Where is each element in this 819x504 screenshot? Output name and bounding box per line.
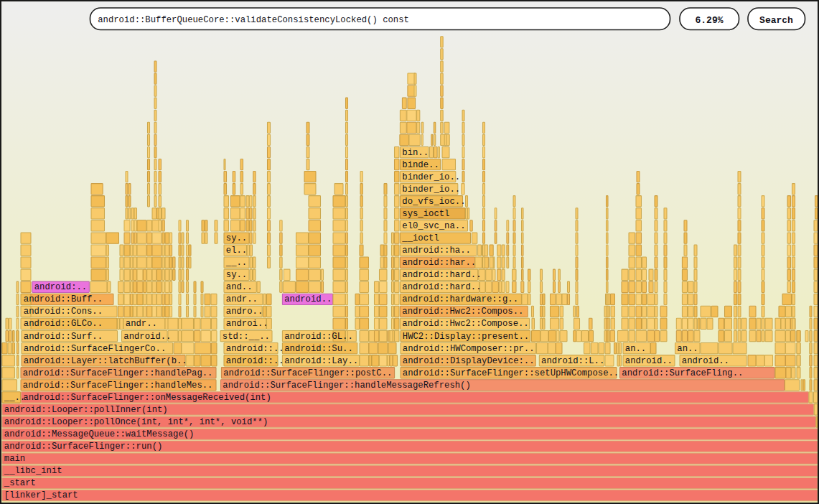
svg-text:__..: __..	[4, 393, 25, 403]
svg-text:an..: an..	[677, 344, 698, 354]
svg-text:android::SurfaceFlinger::run(): android::SurfaceFlinger::run()	[4, 442, 163, 452]
svg-text:android::SurfaceFlinger::handl: android::SurfaceFlinger::handlePag..	[23, 368, 213, 378]
svg-text:sy..: sy..	[226, 270, 247, 280]
svg-text:andr..: andr..	[126, 319, 157, 329]
svg-text:android::hard..: android::hard..	[402, 270, 481, 280]
svg-text:android::HWComposer::pr..: android::HWComposer::pr..	[403, 344, 535, 354]
svg-text:el0_svc_na..: el0_svc_na..	[402, 221, 465, 231]
svg-text:android..: android..	[682, 356, 729, 366]
svg-text:android::Lay..: android::Lay..	[284, 356, 358, 366]
svg-text:std::__..: std::__..	[223, 332, 270, 342]
svg-text:sy..: sy..	[226, 233, 247, 243]
svg-text:_start: _start	[4, 478, 36, 488]
svg-text:android::..: android::..	[226, 356, 284, 366]
svg-text:binder_io..: binder_io..	[402, 185, 460, 195]
svg-text:android::Layer::latchBuffer(b.: android::Layer::latchBuffer(b..	[24, 356, 187, 366]
svg-text:__ioctl: __ioctl	[401, 233, 439, 243]
svg-text:android::DisplayDevice:..: android::DisplayDevice:..	[403, 356, 535, 366]
svg-text:do_vfs_ioc..: do_vfs_ioc..	[402, 197, 465, 207]
svg-text:android::GLCo..: android::GLCo..	[24, 319, 103, 329]
svg-text:android::Su..: android::Su..	[284, 344, 353, 354]
svg-text:android..: android..	[123, 332, 171, 342]
svg-text:android::SurfaceFlinger::onMes: android::SurfaceFlinger::onMessageReceiv…	[23, 393, 271, 403]
svg-text:android::har..: android::har..	[402, 258, 476, 268]
svg-text:[linker]_start: [linker]_start	[4, 490, 78, 500]
svg-text:main: main	[4, 454, 25, 464]
svg-text:android::Hwc2::Compos..: android::Hwc2::Compos..	[402, 307, 523, 317]
svg-text:binde..: binde..	[402, 160, 439, 170]
svg-text:android::Looper::pollInner(int: android::Looper::pollInner(int)	[4, 405, 168, 415]
svg-text:android..: android..	[284, 294, 332, 304]
svg-text:android::hardware::g..: android::hardware::g..	[402, 294, 518, 304]
svg-text:Search: Search	[759, 15, 793, 26]
svg-text:sys_ioctl: sys_ioctl	[402, 209, 449, 219]
svg-text:android::hard..: android::hard..	[402, 282, 481, 292]
svg-text:android::BufferQueueCore::vali: android::BufferQueueCore::validateConsis…	[98, 15, 409, 25]
svg-text:and..: and..	[226, 282, 253, 292]
svg-text:android::Surf..: android::Surf..	[24, 332, 103, 342]
svg-text:android::ha..: android::ha..	[402, 246, 471, 256]
svg-text:__libc_init: __libc_init	[4, 466, 62, 476]
svg-text:android::SurfaceFlinger::handl: android::SurfaceFlinger::handleMessageRe…	[223, 381, 471, 391]
svg-text:android::SurfaceFlingerCo..: android::SurfaceFlingerCo..	[24, 344, 166, 354]
svg-text:android::Cons..: android::Cons..	[24, 307, 103, 317]
svg-text:an..: an..	[625, 344, 646, 354]
svg-text:binder_io..: binder_io..	[402, 172, 460, 182]
svg-text:android::GL..: android::GL..	[284, 332, 353, 342]
svg-text:bin..: bin..	[402, 148, 429, 158]
svg-text:android::SurfaceFlinger::setUp: android::SurfaceFlinger::setUpHWCompose.…	[403, 368, 619, 378]
svg-text:android::SurfaceFlinger::postC: android::SurfaceFlinger::postC..	[223, 368, 392, 378]
svg-text:android::MessageQueue::waitMes: android::MessageQueue::waitMessage()	[4, 429, 195, 439]
svg-text:andro..: andro..	[226, 307, 263, 317]
svg-text:__..: __..	[225, 258, 247, 268]
svg-text:andr..: andr..	[226, 294, 258, 304]
svg-text:android::Looper::pollOnce(int,: android::Looper::pollOnce(int, int*, int…	[4, 417, 268, 427]
svg-text:androi..: androi..	[226, 319, 268, 329]
svg-text:android::L..: android::L..	[541, 356, 604, 366]
svg-text:HWC2::Display::present..: HWC2::Display::present..	[403, 332, 529, 342]
svg-text:android:..: android:..	[34, 282, 88, 292]
svg-text:android::SurfaceFling..: android::SurfaceFling..	[622, 368, 743, 378]
svg-text:android::..: android::..	[226, 344, 284, 354]
svg-text:el..: el..	[226, 246, 247, 256]
svg-text:android::SurfaceFlinger::handl: android::SurfaceFlinger::handleMes..	[23, 381, 213, 391]
svg-text:android..: android..	[625, 356, 673, 366]
svg-text:android::Hwc2::Compose..: android::Hwc2::Compose..	[402, 319, 528, 329]
svg-text:android::Buff..: android::Buff..	[24, 294, 103, 304]
svg-text:6.29%: 6.29%	[695, 15, 723, 26]
